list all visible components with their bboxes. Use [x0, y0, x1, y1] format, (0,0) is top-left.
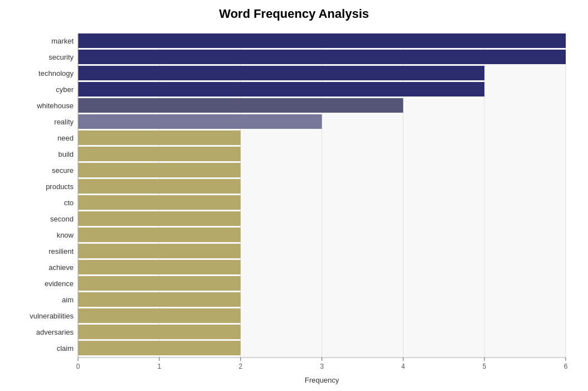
svg-rect-27: [78, 325, 241, 339]
svg-rect-9: [78, 33, 566, 48]
svg-rect-24: [78, 276, 241, 291]
svg-text:aim: aim: [62, 296, 74, 304]
svg-text:2: 2: [239, 363, 242, 370]
svg-text:technology: technology: [38, 69, 74, 78]
svg-rect-17: [78, 163, 241, 177]
svg-rect-23: [78, 260, 241, 274]
svg-text:cyber: cyber: [56, 85, 74, 94]
svg-rect-28: [78, 341, 241, 355]
svg-text:Frequency: Frequency: [305, 376, 339, 384]
svg-text:secure: secure: [52, 166, 74, 175]
svg-rect-25: [78, 292, 241, 307]
svg-text:1: 1: [157, 363, 161, 370]
svg-rect-10: [78, 50, 566, 64]
svg-text:second: second: [50, 215, 74, 223]
svg-text:vulnerabilities: vulnerabilities: [30, 312, 74, 320]
svg-text:market: market: [51, 37, 74, 45]
svg-text:know: know: [57, 231, 74, 239]
svg-text:achieve: achieve: [48, 263, 74, 272]
svg-text:need: need: [57, 134, 74, 142]
svg-text:adversaries: adversaries: [36, 328, 74, 336]
svg-rect-22: [78, 244, 241, 258]
svg-text:5: 5: [483, 363, 487, 370]
svg-rect-19: [78, 195, 241, 210]
svg-text:products: products: [46, 182, 74, 191]
svg-text:0: 0: [76, 363, 80, 370]
svg-text:whitehouse: whitehouse: [36, 102, 74, 110]
svg-rect-12: [78, 82, 484, 96]
svg-text:reality: reality: [54, 118, 74, 126]
svg-text:cto: cto: [64, 199, 74, 207]
svg-text:claim: claim: [57, 344, 74, 353]
svg-rect-20: [78, 211, 241, 226]
svg-rect-15: [78, 131, 241, 145]
svg-text:evidence: evidence: [45, 279, 74, 288]
svg-text:build: build: [59, 150, 74, 158]
svg-rect-21: [78, 228, 241, 242]
svg-rect-26: [78, 308, 241, 323]
svg-text:security: security: [48, 53, 74, 61]
svg-text:Word Frequency Analysis: Word Frequency Analysis: [219, 7, 369, 21]
svg-rect-14: [78, 114, 322, 129]
svg-rect-11: [78, 66, 484, 80]
svg-rect-16: [78, 147, 241, 161]
svg-rect-18: [78, 179, 241, 194]
chart-container: Word Frequency Analysis marketsecurityte…: [0, 0, 588, 391]
svg-text:3: 3: [320, 363, 324, 370]
svg-text:resilient: resilient: [48, 247, 74, 255]
svg-rect-13: [78, 98, 403, 113]
svg-text:6: 6: [564, 363, 568, 370]
svg-text:4: 4: [401, 363, 405, 370]
